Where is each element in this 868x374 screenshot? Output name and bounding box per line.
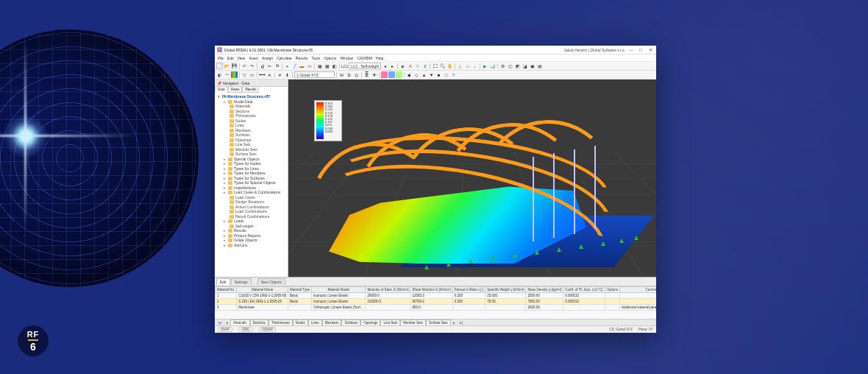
tab-settings[interactable]: Settings — [231, 278, 252, 285]
cell[interactable]: S 235 | EN 1993-1-1:2005-05 — [237, 299, 288, 305]
cell[interactable] — [485, 305, 526, 311]
btab-openings[interactable]: Openings — [360, 320, 380, 325]
cell[interactable]: 78.50 — [485, 299, 526, 305]
menu-options[interactable]: Options — [324, 56, 336, 60]
cell[interactable]: 25.000 — [485, 293, 526, 299]
zoom-fit-icon[interactable]: ⛶ — [432, 63, 438, 69]
text-icon[interactable]: A — [266, 71, 273, 78]
iso-view-icon[interactable]: ◈ — [399, 63, 406, 69]
zoom-window-icon[interactable]: 🔍 — [439, 63, 446, 69]
btab-surface-sets[interactable]: Surface Sets — [426, 320, 451, 325]
cell[interactable]: 2500.00 — [526, 293, 563, 299]
col-header[interactable]: Modulus of Elast. E [N/mm²] — [366, 287, 410, 293]
tab-new-objects[interactable]: New Objects — [257, 278, 285, 285]
new-icon[interactable]: 📄 — [216, 63, 223, 69]
col-header[interactable]: Comment — [620, 287, 656, 293]
menu-edit[interactable]: Edit — [227, 56, 234, 60]
show-numbers-icon[interactable]: # — [277, 71, 283, 78]
misc-3-icon[interactable]: ▲ — [421, 71, 427, 78]
nav-tab-results[interactable]: Results — [242, 87, 259, 93]
menu-help[interactable]: Help — [376, 56, 383, 60]
btab-surfaces[interactable]: Surfaces — [341, 320, 360, 325]
cell[interactable] — [620, 293, 656, 299]
cell[interactable]: 210000.0 — [366, 299, 410, 305]
minimize-button[interactable]: — — [627, 47, 635, 53]
btab-member-sets[interactable]: Member Sets — [400, 320, 426, 325]
btab-materials[interactable]: Materials — [230, 320, 249, 325]
cell[interactable] — [288, 305, 311, 311]
filter-icon[interactable]: ▽ — [241, 71, 248, 78]
workplane-combo[interactable]: 1 Global XYZ — [294, 71, 335, 78]
contour-icon[interactable] — [231, 71, 238, 78]
show-loads-icon[interactable]: ⬇ — [284, 71, 291, 78]
pan-icon[interactable]: ✋ — [447, 63, 453, 69]
misc-5-icon[interactable]: ■ — [435, 71, 442, 78]
calculate-icon[interactable]: ▶ — [482, 63, 488, 69]
deform-icon[interactable]: 〰 — [224, 71, 230, 78]
pin-icon[interactable]: 📌 — [217, 81, 221, 85]
cell[interactable]: 0.000010 — [563, 293, 605, 299]
cell[interactable]: 2000.00 — [526, 305, 563, 311]
tool-b-icon[interactable]: ◫ — [507, 63, 513, 69]
print-icon[interactable]: 🖨 — [259, 63, 266, 69]
tool-a-icon[interactable]: ⚙ — [499, 63, 506, 69]
navigator-tree[interactable]: ▾06-Membrane Structure.rf5*▸Model DataMa… — [215, 93, 288, 277]
btab-nodes[interactable]: Nodes — [293, 320, 308, 325]
cell[interactable]: 2 — [216, 299, 237, 305]
cell[interactable]: Orthotropic | Linear Elastic (Surf… — [311, 305, 365, 311]
tab-nav-last-icon[interactable]: ▸| — [458, 320, 465, 325]
tab-nav-prev-icon[interactable]: ◂ — [224, 320, 230, 325]
col-header[interactable]: Coeff. of Th. Exp. α [1/°C] — [563, 287, 605, 293]
col-header[interactable]: Material Model — [311, 287, 365, 293]
cell[interactable] — [563, 305, 605, 311]
misc-2-icon[interactable]: ◇ — [413, 71, 420, 78]
cell[interactable] — [605, 305, 620, 311]
color-c-icon[interactable] — [396, 71, 402, 78]
shading-icon[interactable]: ◧ — [331, 63, 338, 69]
nav-tab-views[interactable]: Views — [228, 87, 243, 93]
col-header[interactable]: Material Type — [288, 287, 311, 293]
cell[interactable]: 0.000012 — [563, 299, 605, 305]
col-header[interactable]: Material No. — [216, 287, 237, 293]
close-button[interactable]: ✕ — [647, 47, 654, 53]
col-header[interactable]: Options — [605, 287, 620, 293]
col-header[interactable]: Shear Modulus G [N/mm²] — [410, 287, 452, 293]
btab-sections[interactable]: Sections — [250, 320, 268, 325]
results-icon[interactable]: 📊 — [489, 63, 496, 69]
node-icon[interactable]: ● — [284, 63, 291, 69]
btab-lines[interactable]: Lines — [308, 320, 322, 325]
tab-nav-first-icon[interactable]: |◂ — [216, 320, 224, 325]
hinge-icon[interactable]: ○ — [464, 63, 471, 69]
support-icon[interactable]: △ — [457, 63, 463, 69]
wireframe-icon[interactable]: ▦ — [316, 63, 323, 69]
tree-item[interactable]: ▸Load Cases & Combinations — [216, 190, 286, 195]
osnap-toggle-icon[interactable]: ◎ — [353, 71, 360, 78]
tab-nav-next-icon[interactable]: ▸ — [451, 320, 458, 325]
misc-6-icon[interactable]: □ — [443, 71, 449, 78]
cell[interactable] — [605, 299, 620, 305]
tool-d-icon[interactable]: ◪ — [522, 63, 528, 69]
col-header[interactable]: Poisson's Ratio ν [-] — [452, 287, 485, 293]
cell[interactable]: C16/20 | CSN 1992-1-1:2005-08 — [237, 293, 288, 299]
menu-tools[interactable]: Tools — [312, 56, 321, 60]
nav-tab-data[interactable]: Data — [215, 87, 228, 93]
status-grid[interactable]: GRID — [238, 327, 252, 332]
cell[interactable]: Isotropic | Linear Elastic — [311, 293, 365, 299]
menu-window[interactable]: Window — [340, 56, 353, 60]
member-icon[interactable]: ▬ — [299, 63, 305, 69]
open-icon[interactable]: 📂 — [224, 63, 230, 69]
cell[interactable] — [605, 293, 620, 299]
menu-view[interactable]: View — [238, 56, 246, 60]
save-icon[interactable]: 💾 — [231, 63, 238, 69]
help-icon[interactable]: ? — [450, 71, 457, 78]
cell[interactable]: 29000.0 — [366, 293, 410, 299]
cell[interactable]: 0.300 — [452, 299, 485, 305]
snap-toggle-icon[interactable]: ⯐ — [346, 71, 352, 78]
btab-line-sets[interactable]: Line Sets — [380, 320, 400, 325]
cell[interactable]: 3 — [216, 305, 237, 311]
cell[interactable]: 1 — [216, 293, 237, 299]
layer-icon[interactable]: ≣ — [363, 71, 370, 78]
undo-icon[interactable]: ↶ — [241, 63, 248, 69]
menu-insert[interactable]: Insert — [249, 56, 258, 60]
tree-item[interactable]: ▸Add-ons — [216, 243, 286, 248]
